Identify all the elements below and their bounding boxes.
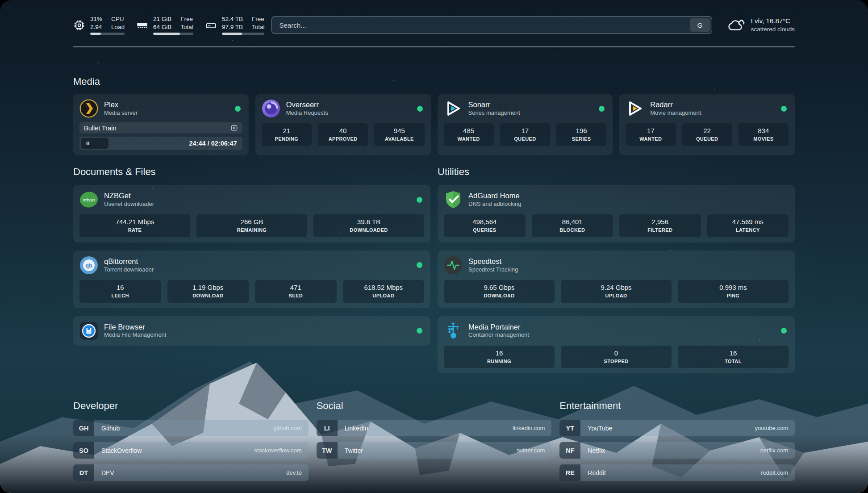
service-card-speedtest[interactable]: SpeedtestSpeedtest Tracking9.65 GbpsDOWN…: [438, 251, 795, 308]
stat-value: 485: [446, 126, 492, 135]
stat-value: 22: [684, 126, 730, 135]
resource-progress-bar: [90, 33, 125, 35]
stat-value: 16: [81, 283, 159, 292]
bookmark-abbr: SO: [73, 442, 94, 459]
stat-label: LEECH: [81, 292, 159, 300]
service-card-plex[interactable]: PlexMedia serverBullet Train24:44 / 02:0…: [73, 94, 249, 155]
service-meta: AdGuard HomeDNS and adblocking: [468, 191, 522, 208]
stat-label: DOWNLOADED: [315, 226, 422, 234]
stat-value: 39.6 TB: [315, 217, 422, 226]
bookmark-abbr: DT: [73, 464, 94, 481]
sonarr-logo: [444, 99, 463, 118]
bookmark-name: Reddit: [588, 469, 605, 476]
resource-widget-cpu: 31%2.94CPULoad: [73, 15, 125, 35]
status-online-dot: [781, 106, 787, 112]
stat-value: 834: [740, 126, 787, 135]
service-card-radarr[interactable]: RadarrMovie management17WANTED22QUEUED83…: [619, 94, 795, 155]
service-meta: SpeedtestSpeedtest Tracking: [468, 257, 518, 274]
bookmark-name: YouTube: [588, 425, 612, 432]
stat-value: 86,401: [534, 217, 612, 226]
service-stat: 16RUNNING: [444, 346, 555, 368]
service-card-adguard[interactable]: AdGuard HomeDNS and adblocking498,564QUE…: [438, 185, 795, 242]
pause-button[interactable]: [81, 138, 108, 149]
stat-value: 9.65 Gbps: [446, 283, 553, 292]
service-stats: 485WANTED17QUEUED196SERIES: [444, 123, 607, 146]
stat-label: FILTERED: [621, 226, 699, 234]
search-bar: G: [271, 16, 712, 34]
service-card-header: qbqBittorrentTorrent downloader: [79, 256, 424, 275]
service-stat: 0.993 msPING: [678, 280, 789, 303]
stat-label: REMAINING: [198, 226, 305, 234]
homepage-dashboard: 31%2.94CPULoad21 GiB64 GiBFreeTotal52.4 …: [0, 0, 868, 493]
service-name: Speedtest: [468, 257, 518, 266]
resource-widgets: 31%2.94CPULoad21 GiB64 GiBFreeTotal52.4 …: [73, 15, 264, 35]
page-content: 31%2.94CPULoad21 GiB64 GiBFreeTotal52.4 …: [0, 0, 868, 481]
service-card-header: SonarrSeries management: [444, 99, 607, 118]
resource-value-top: 52.4 TB: [222, 15, 243, 23]
status-online-dot: [781, 328, 787, 334]
service-stat: 9.24 GbpsUPLOAD: [561, 280, 672, 303]
service-meta: qBittorrentTorrent downloader: [104, 257, 154, 274]
stat-label: DOWNLOAD: [169, 292, 247, 300]
bookmark-link-linkedin[interactable]: LILinkedInlinkedin.com: [317, 420, 552, 436]
bookmark-group-title: Social: [317, 400, 552, 412]
service-stat: 945AVAILABLE: [374, 123, 424, 146]
service-stat: 21PENDING: [262, 123, 312, 146]
speedtest-logo: [444, 256, 463, 275]
service-card-qbittorrent[interactable]: qbqBittorrentTorrent downloader16LEECH1.…: [73, 251, 430, 308]
stat-value: 2,956: [621, 217, 699, 226]
overseerr-logo: [262, 99, 280, 118]
service-card-overseerr[interactable]: OverseerrMedia Requests21PENDING40APPROV…: [255, 94, 431, 155]
search-input[interactable]: [272, 21, 688, 29]
stat-value: 1.19 Gbps: [169, 283, 247, 292]
service-meta: SonarrSeries management: [468, 100, 520, 117]
bookmark-link-netflix[interactable]: NFNetflixnetflix.com: [559, 442, 795, 459]
service-stat: 47.569 msLATENCY: [707, 214, 789, 237]
resource-label-top: CPU: [111, 15, 125, 23]
stat-label: PING: [680, 292, 787, 300]
service-stats: 17WANTED22QUEUED834MOVIES: [626, 123, 789, 146]
service-stat: 471SEED: [255, 280, 337, 303]
service-card-portainer[interactable]: Media PortainerContainer management16RUN…: [438, 316, 795, 374]
service-description: Series management: [468, 109, 520, 117]
service-stats: 744.21 MbpsRATE266 GBREMAINING39.6 TBDOW…: [79, 214, 424, 237]
service-card-filebrowser[interactable]: File BrowserMedia File Management: [73, 316, 430, 346]
service-card-sonarr[interactable]: SonarrSeries management485WANTED17QUEUED…: [438, 94, 613, 155]
weather-widget: Lviv, 16.87°C scattered clouds: [727, 17, 795, 33]
svg-text:qb: qb: [85, 262, 92, 268]
section-utilities: Utilities AdGuard HomeDNS and adblocking…: [438, 166, 795, 373]
bookmark-link-github[interactable]: GHGithubgithub.com: [73, 420, 309, 436]
documents-cards: nzbgetNZBGetUsenet downloader744.21 Mbps…: [73, 185, 430, 346]
stat-label: WANTED: [446, 135, 492, 143]
bookmark-link-dev[interactable]: DTDEVdev.to: [73, 464, 309, 481]
resource-label-top: Free: [180, 15, 193, 23]
bookmark-url: dev.to: [286, 469, 301, 476]
cpu-icon: [73, 19, 85, 31]
service-stat: 17WANTED: [626, 123, 676, 146]
stat-label: SEED: [257, 292, 335, 300]
disk-icon: [205, 19, 217, 31]
service-card-header: AdGuard HomeDNS and adblocking: [444, 190, 789, 209]
stat-value: 0.993 ms: [680, 283, 787, 292]
bookmark-link-youtube[interactable]: YTYouTubeyoutube.com: [559, 420, 795, 436]
service-card-nzbget[interactable]: nzbgetNZBGetUsenet downloader744.21 Mbps…: [73, 185, 430, 242]
stat-value: 40: [320, 126, 366, 135]
resource-values: 21 GiB64 GiBFreeTotal: [153, 15, 193, 31]
service-stat: 498,564QUERIES: [444, 214, 526, 237]
memory-icon: [136, 19, 148, 31]
resource-label-top: Free: [252, 15, 265, 23]
section-media: Media PlexMedia serverBullet Train24:44 …: [73, 76, 795, 155]
resource-progress-fill: [153, 33, 180, 35]
service-description: Media Requests: [286, 109, 328, 117]
bookmark-url: reddit.com: [761, 469, 788, 476]
bookmark-name: LinkedIn: [345, 425, 368, 432]
status-online-dot: [417, 106, 423, 112]
bookmark-link-reddit[interactable]: RERedditreddit.com: [559, 464, 795, 481]
search-provider-button[interactable]: G: [690, 18, 710, 32]
stat-value: 21: [263, 126, 310, 135]
service-card-header: nzbgetNZBGetUsenet downloader: [79, 190, 424, 209]
qbittorrent-logo: qb: [79, 256, 98, 275]
bookmark-link-stackoverflow[interactable]: SOStackOverflowstackoverflow.com: [73, 442, 309, 459]
bookmark-link-twitter[interactable]: TWTwittertwitter.com: [317, 442, 552, 459]
resource-value-top: 21 GiB: [153, 15, 171, 23]
